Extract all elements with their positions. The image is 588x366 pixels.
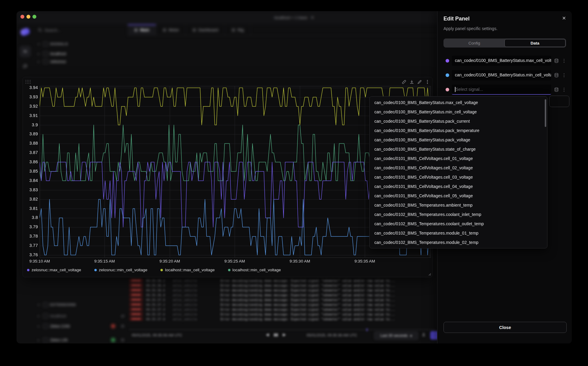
log-timestamp: 09:35:36.8 — [146, 293, 169, 297]
extensions-section-header[interactable]: ▾ EXTENSIONS — [38, 301, 124, 309]
tools-rail-icon[interactable] — [20, 61, 30, 71]
x-tick-label: 9:35:35 AM — [350, 259, 379, 263]
signal-option[interactable]: can_codec/0101_BMS_CellVoltages.cell_01_… — [370, 154, 547, 163]
gear-icon[interactable]: ⚙ — [121, 338, 124, 342]
signal-option[interactable]: can_codec/0102_BMS_Temperatures.ambient_… — [370, 201, 547, 210]
signal-option[interactable]: can_codec/0100_BMS_BatteryStatus.max_cel… — [370, 98, 547, 107]
signal-option[interactable]: can_codec/0100_BMS_BatteryStatus.pack_vo… — [370, 135, 547, 145]
log-row[interactable]: ERROR 09:35:36.8 zelos_vehicle Error dec… — [129, 293, 435, 297]
log-row[interactable]: ERROR 09:35:37.6 zelos_vehicle Error dec… — [129, 312, 435, 316]
workspace-tab[interactable]: ▤ Motor — [156, 24, 186, 35]
measure-ruler-icon[interactable] — [401, 79, 407, 85]
step-back-button[interactable]: ◀ — [266, 332, 269, 337]
extension-icon — [43, 324, 48, 328]
error-badge: ERROR — [129, 317, 143, 321]
download-icon[interactable] — [421, 332, 426, 337]
close-window-button[interactable] — [20, 15, 24, 19]
host-icon — [43, 51, 48, 56]
download-chart-icon[interactable] — [409, 79, 414, 85]
extension-label: Zelos CAN — [50, 324, 70, 328]
legend-item[interactable]: zelosnuc::max_cell_voltage — [27, 268, 81, 272]
resize-handle[interactable] — [428, 272, 431, 276]
tab-label: Rig — [238, 28, 244, 32]
close-panel-icon[interactable]: ✕ — [562, 15, 566, 21]
more-options-icon[interactable] — [425, 79, 430, 85]
sidebar-host-item[interactable]: ▸ localhost — [38, 50, 124, 57]
signal-color-dot[interactable] — [446, 88, 449, 91]
y-tick-label: 3.79 — [24, 224, 38, 229]
log-row[interactable]: ERROR 09:35:37.2 zelos_vehicle Error dec… — [129, 302, 435, 307]
signal-option[interactable]: can_codec/0101_BMS_CellVoltages.cell_03_… — [370, 173, 547, 182]
zoom-window-button[interactable] — [32, 15, 36, 19]
drag-handle-icon[interactable] — [26, 80, 31, 84]
y-tick-label: 3.76 — [24, 252, 38, 257]
y-tick-label: 3.77 — [24, 243, 38, 248]
database-icon[interactable] — [554, 87, 559, 92]
sidebar-host-item[interactable]: ▸ zelosnuc — [38, 57, 124, 65]
signal-option[interactable]: can_codec/0101_BMS_CellVoltages.cell_04_… — [370, 182, 547, 191]
signal-option[interactable]: can_codec/0102_BMS_Temperatures.coolant_… — [370, 210, 547, 219]
close-button[interactable]: Close — [443, 322, 567, 333]
signal-input[interactable]: can_codec/0100_BMS_BatteryStatus.max_cel… — [452, 56, 551, 66]
signal-placeholder: Select signal... — [456, 87, 483, 92]
error-badge: ERROR — [129, 278, 143, 282]
host-icon — [43, 59, 48, 64]
signal-input[interactable]: Select signal... — [452, 85, 551, 95]
pause-button[interactable]: ▮▮ — [274, 332, 278, 337]
signal-option[interactable]: can_codec/0100_BMS_BatteryStatus.pack_te… — [370, 126, 547, 135]
signal-option[interactable]: can_codec/0100_BMS_BatteryStatus.state_o… — [370, 145, 547, 154]
legend-item[interactable]: localhost::max_cell_voltage — [160, 268, 215, 272]
log-row[interactable]: ERROR 09:35:36.4 zelos_vehicle Error dec… — [129, 283, 435, 288]
extension-item[interactable]: ▸ Zelos CAN ⚙ — [38, 322, 124, 330]
copyright-icon[interactable]: © — [22, 11, 26, 12]
panel-title: Edit Panel — [443, 16, 470, 22]
workspace-tab[interactable]: ▤ Rig — [225, 24, 251, 35]
signals-rail-icon[interactable] — [20, 46, 31, 57]
extensions-host-item[interactable]: ▸ localhost ⇄ — [38, 312, 124, 320]
signal-option[interactable]: can_codec/0101_BMS_CellVoltages.cell_02_… — [370, 163, 547, 173]
search-input[interactable]: Search... — [38, 26, 124, 34]
signal-option[interactable]: can_codec/0102_BMS_Temperatures.module_0… — [370, 229, 547, 238]
playhead[interactable] — [367, 328, 367, 331]
workspace-tab[interactable]: ▤ Dashboard — [186, 24, 225, 35]
log-source: zelos_vehicle — [172, 288, 218, 292]
log-message: Error decoding/sending demo message: Exp… — [221, 293, 395, 297]
dropdown-scrollbar[interactable] — [545, 99, 546, 127]
y-tick-label: 3.86 — [24, 159, 38, 164]
signal-options-icon[interactable]: ⋮ — [562, 72, 566, 78]
signals-section-header[interactable]: ▾ SIGNALS — [38, 40, 124, 48]
minimize-window-button[interactable] — [26, 15, 30, 19]
mode-tab[interactable]: Data — [504, 39, 565, 47]
signal-options-icon[interactable]: ⋮ — [562, 58, 566, 63]
signal-color-dot[interactable] — [446, 59, 449, 63]
edit-panel-icon[interactable] — [417, 79, 422, 85]
signal-color-dot[interactable] — [446, 73, 449, 77]
step-forward-button[interactable]: ▶ — [283, 332, 286, 337]
legend-item[interactable]: localhost::min_cell_voltage — [228, 268, 281, 272]
signal-input[interactable]: can_codec/0100_BMS_BatteryStatus.min_cel… — [452, 70, 551, 80]
mode-tab[interactable]: Config — [444, 39, 504, 47]
extension-item[interactable]: ▸ Zelos LIN ⚙ — [38, 336, 124, 343]
signal-option[interactable]: can_codec/0100_BMS_BatteryStatus.min_cel… — [370, 107, 547, 117]
log-row[interactable]: ERROR 09:35:37.8 zelos_vehicle Error dec… — [129, 317, 435, 321]
database-icon[interactable] — [554, 58, 559, 63]
database-icon[interactable] — [554, 73, 559, 78]
log-row[interactable]: ERROR 09:35:37.0 zelos_vehicle Error dec… — [129, 297, 435, 302]
y-tick-label: 3.85 — [24, 169, 38, 174]
workspace-tab[interactable]: ▤ Main — [128, 24, 156, 35]
timeline-track[interactable] — [129, 329, 435, 330]
app-logo-icon[interactable] — [20, 27, 30, 37]
log-row[interactable]: ERROR 09:35:36.2 zelos_vehicle Error dec… — [129, 278, 435, 283]
mode-tab-label: Config — [468, 41, 480, 45]
legend-item[interactable]: zelosnuc::min_cell_voltage — [94, 268, 147, 272]
signal-options-icon[interactable]: ⋮ — [562, 87, 566, 92]
log-row[interactable]: ERROR 09:35:37.4 zelos_vehicle Error dec… — [129, 307, 435, 312]
time-range-select[interactable]: Last 30 seconds▾ — [374, 331, 418, 340]
signal-option[interactable]: can_codec/0102_BMS_Temperatures.module_0… — [370, 238, 547, 247]
signal-option[interactable]: can_codec/0102_BMS_Temperatures.coolant_… — [370, 219, 547, 229]
puzzle-icon — [43, 303, 48, 307]
signal-option[interactable]: can_codec/0101_BMS_CellVoltages.cell_05_… — [370, 191, 547, 201]
signal-option[interactable]: can_codec/0100_BMS_BatteryStatus.pack_cu… — [370, 117, 547, 126]
log-row[interactable]: ERROR 09:35:36.6 zelos_vehicle Error dec… — [129, 288, 435, 292]
gear-icon[interactable]: ⚙ — [121, 324, 124, 328]
